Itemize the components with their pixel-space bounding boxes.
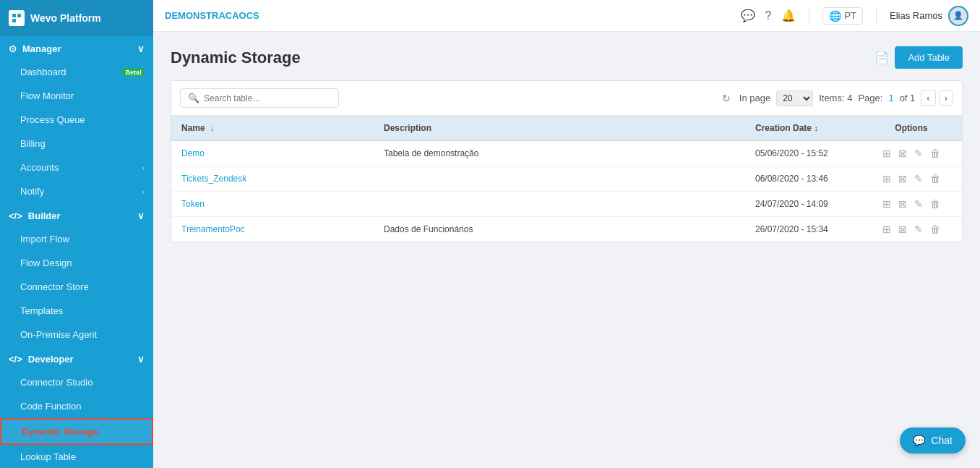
edit-icon-3[interactable]: ✎ [914,224,923,235]
comment-icon[interactable]: 💬 [741,9,755,22]
table-row: Tickets_Zendesk 06/08/2020 - 13:46 ⊞ ⊠ ✎… [171,166,962,192]
table-structure-icon-2[interactable]: ⊞ [882,198,891,210]
prev-page-button[interactable]: ‹ [921,90,935,106]
templates-label: Templates [20,305,63,316]
code-function-label: Code Function [20,401,82,412]
row-name-link-1[interactable]: Tickets_Zendesk [181,174,246,184]
sidebar-item-dynamic-storage[interactable]: Dynamic Storage [0,418,153,445]
sidebar-item-notify[interactable]: Notify › [0,179,153,203]
edit-icon-2[interactable]: ✎ [914,198,923,210]
app-logo[interactable]: Wevo Platform [0,0,153,36]
page-icon[interactable]: 📄 [874,51,889,64]
dashboard-label: Dashboard [20,67,66,77]
row-name-link-0[interactable]: Demo [181,148,205,158]
sidebar-item-flow-design[interactable]: Flow Design [0,251,153,275]
builder-section[interactable]: </> Builder ∨ [0,203,153,227]
table-structure-icon-3[interactable]: ⊞ [882,224,891,235]
header-actions: 📄 Add Table [874,46,963,69]
page-size-select[interactable]: 20 50 100 [776,90,813,106]
column-creation-date[interactable]: Creation Date ↕ [745,116,861,141]
cell-creation-date-0: 05/06/2020 - 15:52 [745,141,861,166]
delete-icon-3[interactable]: 🗑 [930,224,940,235]
refresh-icon[interactable]: ↻ [722,93,731,104]
search-icon: 🔍 [188,93,199,103]
current-page[interactable]: 1 [888,93,893,103]
column-options: Options [861,116,962,141]
sidebar-item-on-premise-agent[interactable]: On-Premise Agent [0,323,153,346]
sidebar-item-billing[interactable]: Billing [0,132,153,156]
language-selector[interactable]: 🌐 PT [822,7,863,25]
delete-icon-1[interactable]: 🗑 [930,173,940,184]
search-box[interactable]: 🔍 [180,88,339,108]
sidebar-item-process-queue[interactable]: Process Queue [0,108,153,132]
sidebar-item-dashboard[interactable]: Dashboard Beta! [0,60,153,84]
sidebar-item-lookup-table[interactable]: Lookup Table [0,445,153,468]
table-filter-icon-2[interactable]: ⊠ [898,198,907,210]
sidebar-item-templates[interactable]: Templates [0,299,153,323]
delete-icon-2[interactable]: 🗑 [930,198,940,210]
column-description: Description [374,116,745,141]
creation-sort-icon: ↕ [814,124,818,132]
cell-options-3: ⊞ ⊠ ✎ 🗑 [861,217,962,242]
delete-icon-0[interactable]: 🗑 [930,148,940,159]
table-body: Demo Tabela de demonstração 05/06/2020 -… [171,141,962,242]
flow-design-label: Flow Design [20,258,72,268]
import-flow-label: Import Flow [20,234,69,244]
sidebar-item-accounts[interactable]: Accounts › [0,156,153,179]
notify-label: Notify [20,186,44,197]
builder-chevron: ∨ [137,210,145,221]
row-name-link-2[interactable]: Token [181,199,205,209]
developer-icon: </> [9,354,22,365]
cell-name-2: Token [171,192,374,217]
search-input[interactable] [204,93,331,103]
sidebar-item-flow-monitor[interactable]: Flow Monitor [0,84,153,108]
add-table-button[interactable]: Add Table [895,46,963,69]
topbar-icons: 💬 ? 🔔 🌐 PT Elias Ramos 👤 [741,6,969,26]
main-area: DEMONSTRACAOCS 💬 ? 🔔 🌐 PT Elias Ramos 👤 … [153,0,980,468]
table-filter-icon-3[interactable]: ⊠ [898,224,907,235]
connector-store-label: Connector Store [20,281,89,292]
row-name-link-3[interactable]: TreinamentoPoc [181,224,245,234]
developer-chevron: ∨ [137,354,145,365]
chat-button[interactable]: 💬 Chat [900,427,966,454]
topbar: DEMONSTRACAOCS 💬 ? 🔔 🌐 PT Elias Ramos 👤 [153,0,980,32]
name-sort-icon: ↓ [210,124,215,132]
bell-icon[interactable]: 🔔 [781,9,796,22]
pagination-controls: ↻ In page 20 50 100 Items: 4 Page: 1 of … [722,90,953,106]
table-toolbar: 🔍 ↻ In page 20 50 100 Items: 4 Page: 1 o… [171,81,962,116]
table-filter-icon-1[interactable]: ⊠ [898,173,907,184]
table-header-row: Name ↓ Description Creation Date ↕ Optio… [171,116,962,141]
edit-icon-0[interactable]: ✎ [914,148,923,159]
pagination-nav: ‹ › [921,90,953,106]
sidebar-item-connector-studio[interactable]: Connector Studio [0,370,153,394]
cell-creation-date-3: 26/07/2020 - 15:34 [745,217,861,242]
cell-options-0: ⊞ ⊠ ✎ 🗑 [861,141,962,166]
column-name[interactable]: Name ↓ [171,116,374,141]
table-structure-icon-0[interactable]: ⊞ [882,148,891,159]
manager-label: Manager [22,43,61,54]
next-page-button[interactable]: › [939,90,953,106]
table-row: TreinamentoPoc Dados de Funcionários 26/… [171,217,962,242]
developer-section[interactable]: </> Developer ∨ [0,346,153,370]
cell-description-0: Tabela de demonstração [374,141,745,166]
cell-name-1: Tickets_Zendesk [171,166,374,192]
table-container: 🔍 ↻ In page 20 50 100 Items: 4 Page: 1 o… [171,80,963,242]
sidebar-item-import-flow[interactable]: Import Flow [0,227,153,251]
chat-label: Chat [931,435,953,446]
sidebar: Wevo Platform ⊙ Manager ∨ Dashboard Beta… [0,0,153,468]
manager-section[interactable]: ⊙ Manager ∨ [0,36,153,60]
content-header: Dynamic Storage 📄 Add Table [171,46,963,69]
connector-studio-label: Connector Studio [20,377,93,388]
sidebar-item-connector-store[interactable]: Connector Store [0,275,153,299]
topbar-divider-2 [876,7,877,25]
help-icon[interactable]: ? [765,9,772,22]
cell-description-1 [374,166,745,192]
table-structure-icon-1[interactable]: ⊞ [882,173,891,184]
user-info[interactable]: Elias Ramos 👤 [890,6,968,26]
edit-icon-1[interactable]: ✎ [914,173,923,184]
lookup-table-label: Lookup Table [20,451,76,462]
on-premise-agent-label: On-Premise Agent [20,329,97,340]
sidebar-item-code-function[interactable]: Code Function [0,394,153,418]
table-filter-icon-0[interactable]: ⊠ [898,148,907,159]
accounts-label: Accounts [20,162,59,173]
